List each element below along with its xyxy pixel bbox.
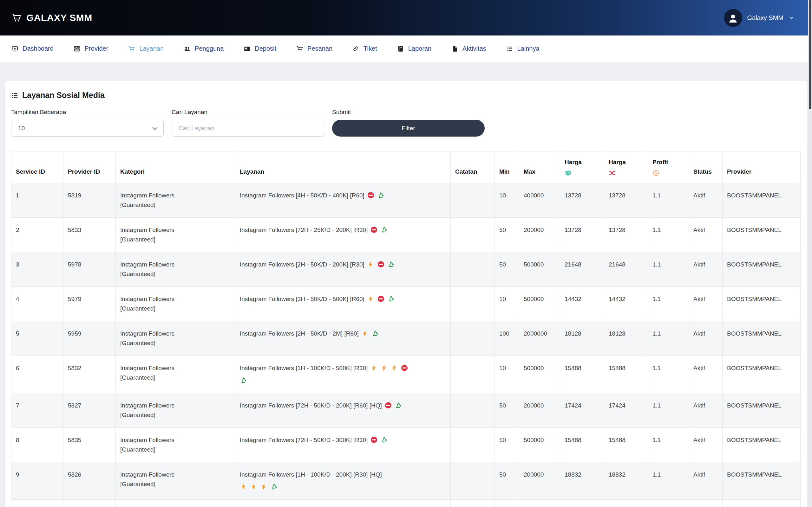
nav-item-label: Pengguna — [195, 45, 223, 52]
service-name: Instagram Followers [1H - 100K/D - 500K]… — [240, 365, 368, 372]
category-text: Instagram Followers [Guaranteed] — [120, 260, 185, 279]
cell-min: 10 — [495, 499, 519, 507]
nav-item-dashboard[interactable]: Dashboard — [11, 45, 54, 52]
cell-max: 200000 — [519, 217, 560, 252]
price-display-icon — [565, 170, 600, 176]
user-name: Galaxy SMM — [747, 14, 783, 21]
category-text: Instagram Followers [Guaranteed] — [120, 401, 185, 420]
column-header-harga-jual: Harga — [604, 152, 648, 183]
cell-provider-id: 5979 — [63, 286, 116, 321]
server-icon — [73, 45, 81, 52]
column-label: Layanan — [240, 167, 446, 176]
cell-service-id: 7 — [11, 393, 63, 428]
scrollbar-thumb[interactable] — [809, 0, 811, 109]
nav-item-provider[interactable]: Provider — [73, 45, 108, 52]
cell-service-id: 1 — [11, 183, 63, 217]
column-header-layanan: Layanan — [235, 152, 451, 183]
column-label: Service ID — [16, 167, 59, 176]
recycle-icon — [240, 377, 247, 384]
cell-profit: 1.1 — [648, 499, 689, 507]
no-entry-icon — [377, 261, 385, 268]
table-row: 35978Instagram Followers [Guaranteed]Ins… — [11, 252, 801, 286]
nav-item-aktivitas[interactable]: Aktivitas — [451, 45, 486, 52]
cell-min: 50 — [495, 462, 519, 499]
nav-item-deposit[interactable]: Deposit — [244, 45, 276, 52]
bolt-icon — [240, 483, 247, 491]
column-header-status: Status — [689, 152, 722, 183]
search-input[interactable] — [171, 120, 324, 136]
cell-provider: BOOSTSMMPANEL — [722, 183, 801, 217]
bolt-icon — [250, 483, 258, 491]
bolt-icon — [380, 364, 388, 372]
nav-item-pesanan[interactable]: Pesanan — [296, 45, 333, 52]
bolt-icon — [260, 483, 268, 491]
cell-kategori: Instagram Followers [Guaranteed] — [116, 286, 235, 321]
nav-item-laporan[interactable]: Laporan — [397, 45, 432, 52]
nav-item-tiket[interactable]: Tiket — [352, 45, 377, 52]
cell-harga-beli: 15488 — [560, 428, 604, 462]
scrollbar[interactable] — [808, 0, 812, 507]
bolt-icon — [361, 330, 369, 337]
file-icon — [451, 45, 458, 52]
cell-layanan: Instagram Followers [72H - 50K/D - 200K]… — [235, 393, 451, 428]
no-entry-icon — [370, 436, 378, 444]
table-row: 55959Instagram Followers [Guaranteed]Ins… — [11, 321, 801, 355]
cell-profit: 1.1 — [648, 252, 689, 286]
cell-status: Aktif — [689, 393, 722, 428]
cell-status: Aktif — [689, 355, 722, 393]
service-icons-line2 — [240, 482, 446, 492]
table-header-row: Service IDProvider IDKategoriLayananCata… — [11, 152, 801, 183]
nav-item-label: Pesanan — [307, 45, 333, 52]
cell-catatan — [451, 393, 495, 428]
service-name: Instagram Followers [2H - 50K/D - 2M] [R… — [240, 330, 359, 337]
cell-profit: 1.1 — [648, 393, 689, 428]
column-label: Harga — [609, 158, 643, 167]
exchange-arrows-icon — [609, 170, 643, 176]
column-header-min: Min — [495, 152, 519, 183]
bolt-icon — [370, 364, 378, 372]
brand-logo[interactable]: GALAXY SMM — [11, 12, 92, 23]
recycle-icon — [387, 261, 395, 268]
table-row: 45979Instagram Followers [Guaranteed]Ins… — [11, 286, 801, 321]
user-icon — [728, 11, 739, 25]
cell-catatan — [451, 462, 495, 499]
cell-status: Aktif — [689, 428, 722, 462]
cell-kategori: Instagram Followers [Guaranteed] — [116, 462, 235, 499]
bolt-icon — [367, 295, 374, 302]
page-size-select[interactable]: 10 — [11, 120, 164, 136]
table-body: 15819Instagram Followers [Guaranteed]Ins… — [11, 183, 801, 507]
table-row: 95826Instagram Followers [Guaranteed]Ins… — [11, 462, 801, 499]
cell-provider: BOOSTSMMPANEL — [722, 355, 801, 393]
cell-status: Aktif — [689, 252, 722, 286]
cell-layanan: Instagram Followers [2H - 50K/D - 200K] … — [235, 252, 451, 286]
recycle-icon — [377, 191, 385, 199]
submit-label: Submit — [332, 109, 485, 116]
filter-button[interactable]: Filter — [332, 120, 485, 136]
table-row: 15819Instagram Followers [Guaranteed]Ins… — [11, 183, 801, 217]
cell-harga-jual: 13728 — [604, 183, 648, 217]
cell-max: 400000 — [519, 183, 560, 217]
cell-max: 2000000 — [519, 321, 560, 355]
cell-kategori: Instagram Followers [Guaranteed] — [116, 499, 235, 507]
column-label: Min — [499, 167, 514, 176]
service-name: Instagram Followers [2H - 50K/D - 200K] … — [240, 261, 364, 268]
nav-item-layanan[interactable]: Layanan — [128, 45, 164, 52]
search-group: Cari Layanan — [171, 109, 324, 136]
users-icon — [184, 45, 191, 52]
user-menu[interactable]: Galaxy SMM — [724, 9, 794, 27]
nav-item-pengguna[interactable]: Pengguna — [184, 45, 223, 52]
cart-icon — [11, 13, 21, 23]
cell-profit: 1.1 — [648, 183, 689, 217]
cell-harga-jual: 15488 — [604, 428, 648, 462]
cell-harga-beli: 13728 — [560, 183, 604, 217]
nav-item-lainnya[interactable]: Lainnya — [506, 45, 540, 52]
cell-provider-id: 5832 — [63, 355, 116, 393]
cell-catatan — [451, 183, 495, 217]
service-name: Instagram Followers [1H - 100K/D - 200K]… — [240, 471, 382, 478]
cell-max: 50000 — [519, 499, 560, 507]
cell-provider: BOOSTSMMPANEL — [722, 462, 801, 499]
book-icon — [397, 45, 404, 52]
cell-harga-beli: 18832 — [560, 462, 604, 499]
cell-min: 10 — [495, 355, 519, 393]
nav-item-label: Dashboard — [22, 45, 54, 52]
